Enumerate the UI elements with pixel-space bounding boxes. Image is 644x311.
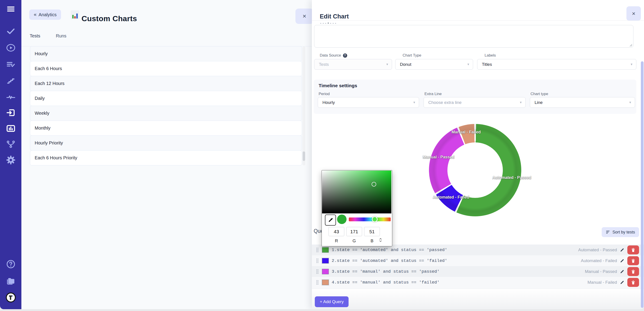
query-expression[interactable]: 1.state == 'automated' and status == 'pa… [332,247,447,252]
sidebar-item-custom-charts[interactable] [0,122,22,135]
chart-type-label: Chart Type [402,53,421,58]
sidebar-item-settings[interactable] [0,154,22,166]
query-expression[interactable]: 2.state == 'automated' and status == 'fa… [332,258,447,263]
help-icon[interactable]: ? [343,53,347,58]
drag-handle-icon[interactable] [316,280,319,285]
sidebar-item-tests[interactable] [0,25,22,38]
query-color-swatch[interactable] [321,246,330,253]
list-item[interactable]: Each 12 Hours [30,76,302,91]
drag-handle-icon[interactable] [316,247,319,252]
list-item[interactable]: Daily [30,91,302,106]
drag-handle-icon[interactable] [316,269,319,274]
chart-title-textarea[interactable] [314,25,634,48]
sort-by-tests-button[interactable]: Sort by tests [602,227,639,237]
list-item-label: Each 6 Hours [35,66,62,71]
tab-runs[interactable]: Runs [56,33,66,39]
saturation-area[interactable] [322,171,391,213]
sidebar-item-projects[interactable] [0,275,22,287]
data-source-label: Data Source ? [320,53,347,58]
list-scrollbar-thumb[interactable] [303,151,305,161]
pencil-icon [620,269,625,274]
donut-label-automated-passed: Automated - Passed [492,175,531,180]
tab-tests[interactable]: Tests [30,33,40,39]
sidebar-item-analytics[interactable] [0,91,22,103]
hue-slider-thumb[interactable] [372,216,378,222]
delete-query-button[interactable] [627,256,639,265]
period-select[interactable]: Hourly▼ [318,97,419,108]
blue-label: B [364,238,380,243]
check-icon [6,26,16,36]
gear-icon [6,155,16,165]
green-input[interactable] [346,227,362,236]
labels-select[interactable]: Titles▼ [477,59,636,70]
add-query-button[interactable]: + Add Query [315,296,348,307]
delete-query-button[interactable] [627,278,639,287]
edit-query-button[interactable] [620,247,625,252]
extra-line-select[interactable]: Choose extra line▼ [424,97,526,108]
list-item-label: Weekly [35,111,49,116]
query-color-swatch[interactable] [321,268,330,275]
panel-close-button[interactable]: × [296,9,314,24]
sidebar-item-branches[interactable] [0,138,22,151]
bar-chart-icon [6,124,16,133]
trash-icon [631,258,635,263]
pencil-icon [620,258,625,263]
list-item[interactable]: Monthly [30,121,302,136]
period-label: Period [318,92,330,96]
steps-icon [6,76,16,86]
list-item-label: Each 12 Hours [35,81,64,86]
menu-icon[interactable] [0,0,22,18]
sidebar-item-plans[interactable] [0,58,22,71]
hue-slider[interactable] [349,217,391,221]
list-item[interactable]: Hourly Priority [30,135,302,151]
close-icon: × [632,10,635,17]
sidebar-item-help[interactable] [0,258,22,270]
list-item[interactable]: Each 6 Hours Priority [30,150,302,165]
branch-icon [6,140,16,149]
query-color-swatch[interactable] [321,279,330,286]
sidebar-item-import[interactable] [0,106,22,119]
edit-query-button[interactable] [620,280,625,285]
add-query-label: + Add Query [320,299,344,304]
delete-query-button[interactable] [627,245,639,254]
header-divider [312,20,644,21]
list-scrollbar-track[interactable] [302,47,305,165]
query-row: 2.state == 'automated' and status == 'fa… [312,255,644,266]
donut-chart-container: Manual - Failed Manual - Passed Automate… [429,124,521,216]
chevron-up-down-icon [379,238,382,242]
query-color-swatch[interactable] [321,257,330,264]
list-item[interactable]: Hourly [30,46,302,61]
color-mode-toggle[interactable] [379,238,382,242]
list-item[interactable]: Weekly [30,106,302,121]
sidebar-item-milestones[interactable] [0,75,22,87]
panel-scrollbar-thumb[interactable] [641,61,644,308]
list-item[interactable]: Each 6 Hours [30,61,302,76]
select-value: Donut [400,62,412,67]
play-circle-icon [6,43,16,53]
clipped-label-remnant [320,23,336,24]
chart-type-select[interactable]: Donut▼ [395,59,473,70]
list-item-label: Hourly Priority [35,140,63,146]
sidebar-item-runs[interactable] [0,42,22,54]
queries-list: 1.state == 'automated' and status == 'pa… [312,244,644,289]
query-expression[interactable]: 3.state == 'manual' and status == 'passe… [332,269,440,274]
drag-handle-icon[interactable] [316,258,319,263]
close-icon: × [303,13,306,20]
eyedropper-button[interactable] [325,214,336,226]
pulse-icon [6,92,16,102]
edit-query-button[interactable] [620,269,625,274]
custom-charts-panel: « Analytics Custom Charts Tests Runs Hou… [22,0,312,309]
trash-icon [631,248,635,252]
delete-query-button[interactable] [627,267,639,276]
saturation-cursor[interactable] [372,182,376,187]
timeline-chart-type-select[interactable]: Line▼ [530,97,635,108]
edit-chart-title: Edit Chart [320,13,349,20]
red-input[interactable] [328,227,344,236]
blue-input[interactable] [364,227,380,236]
edit-query-button[interactable] [620,258,625,263]
back-to-analytics-button[interactable]: « Analytics [29,10,61,20]
data-source-select[interactable]: Tests▼ [314,59,392,70]
edit-chart-close-button[interactable]: × [626,6,641,21]
query-expression[interactable]: 4.state == 'manual' and status == 'faile… [332,280,440,285]
app-logo[interactable] [0,291,22,304]
